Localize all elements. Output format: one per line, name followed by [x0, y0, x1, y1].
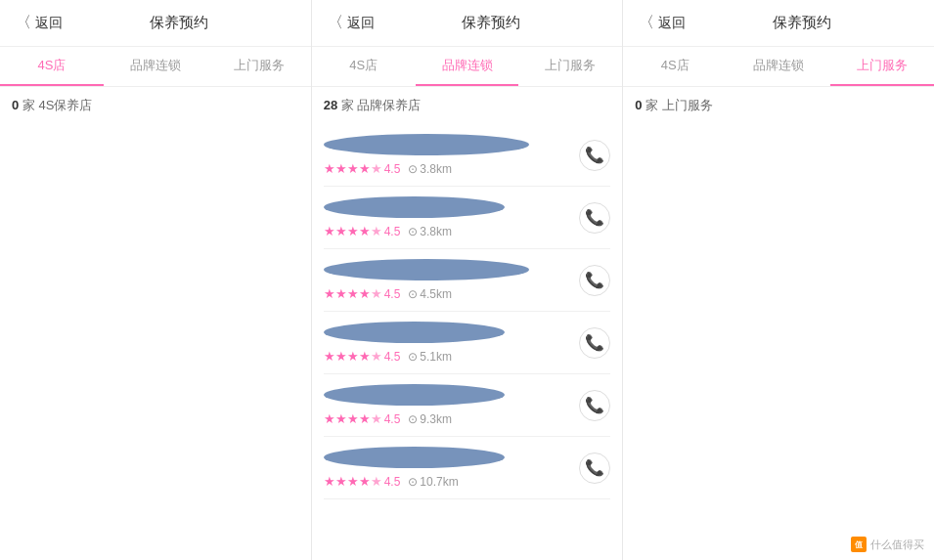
- phone-button[interactable]: 📞: [579, 452, 610, 484]
- tab-4s[interactable]: 4S店: [623, 47, 727, 86]
- distance-text: 10.7km: [420, 475, 458, 489]
- star-full: ★: [347, 286, 359, 301]
- star-full: ★: [335, 224, 347, 238]
- back-label: 返回: [347, 15, 375, 32]
- shop-name-blur: [324, 259, 529, 280]
- tab-brand[interactable]: 品牌连锁: [416, 47, 519, 86]
- distance-text: 9.3km: [420, 412, 452, 426]
- location-icon: ⊙: [408, 412, 418, 426]
- back-arrow-icon: 〈: [328, 13, 343, 33]
- phone-button[interactable]: 📞: [579, 390, 610, 421]
- panel-panel-brand: 〈返回保养预约4S店品牌连锁上门服务28 家 品牌保养店★★★★★4.5⊙3.8…: [312, 0, 624, 560]
- shop-rating: 4.5: [384, 162, 401, 176]
- star-half: ★: [371, 474, 382, 489]
- location-icon: ⊙: [408, 287, 418, 301]
- star-full: ★: [324, 161, 335, 176]
- shop-meta: ★★★★★4.5⊙5.1km: [324, 349, 572, 364]
- shop-info: ★★★★★4.5⊙9.3km: [324, 384, 572, 426]
- tab-bar: 4S店品牌连锁上门服务: [623, 47, 934, 87]
- back-button[interactable]: 〈返回: [639, 13, 686, 33]
- star-full: ★: [347, 474, 359, 489]
- shop-distance: ⊙10.7km: [408, 475, 458, 489]
- shop-name-blur: [324, 134, 529, 155]
- star-full: ★: [324, 349, 335, 364]
- star-full: ★: [335, 349, 347, 364]
- shop-stars: ★★★★★4.5: [324, 349, 401, 364]
- watermark-text: 什么值得买: [870, 538, 924, 552]
- star-full: ★: [324, 474, 335, 489]
- location-icon: ⊙: [408, 350, 418, 364]
- star-full: ★: [347, 411, 359, 426]
- star-full: ★: [324, 286, 335, 301]
- tab-4s[interactable]: 4S店: [0, 47, 104, 86]
- shop-info: ★★★★★4.5⊙5.1km: [324, 322, 572, 364]
- back-label: 返回: [658, 15, 686, 32]
- shop-item[interactable]: ★★★★★4.5⊙4.5km📞: [324, 249, 611, 312]
- tab-home[interactable]: 上门服务: [830, 47, 934, 86]
- back-arrow-icon: 〈: [16, 13, 31, 33]
- panel-title: 保养预约: [686, 14, 918, 32]
- shop-stars: ★★★★★4.5: [324, 411, 401, 426]
- shop-distance: ⊙4.5km: [408, 287, 452, 301]
- star-half: ★: [371, 224, 382, 238]
- phone-button[interactable]: 📞: [579, 140, 610, 171]
- star-full: ★: [359, 349, 371, 364]
- panels-container: 〈返回保养预约4S店品牌连锁上门服务0 家 4S保养店〈返回保养预约4S店品牌连…: [0, 0, 934, 560]
- back-button[interactable]: 〈返回: [16, 13, 63, 33]
- tab-home[interactable]: 上门服务: [207, 47, 311, 86]
- panel-header: 〈返回保养预约: [0, 0, 311, 47]
- distance-text: 5.1km: [420, 350, 452, 364]
- location-icon: ⊙: [408, 225, 418, 238]
- result-number: 0: [12, 98, 19, 112]
- phone-button[interactable]: 📞: [579, 265, 610, 296]
- shop-distance: ⊙5.1km: [408, 350, 452, 364]
- result-count: 0 家 上门服务: [635, 97, 922, 114]
- shop-stars: ★★★★★4.5: [324, 474, 401, 489]
- shop-distance: ⊙3.8km: [408, 225, 452, 238]
- star-full: ★: [359, 161, 371, 176]
- star-full: ★: [324, 411, 335, 426]
- star-half: ★: [371, 161, 382, 176]
- shop-info: ★★★★★4.5⊙10.7km: [324, 447, 572, 489]
- distance-text: 3.8km: [420, 162, 452, 176]
- star-full: ★: [347, 349, 359, 364]
- shop-item[interactable]: ★★★★★4.5⊙5.1km📞: [324, 312, 611, 374]
- shop-rating: 4.5: [384, 412, 401, 426]
- phone-button[interactable]: 📞: [579, 202, 610, 234]
- tab-brand[interactable]: 品牌连锁: [104, 47, 207, 86]
- panel-body: 0 家 4S保养店: [0, 87, 311, 560]
- shop-distance: ⊙9.3km: [408, 412, 452, 426]
- star-full: ★: [324, 224, 335, 238]
- shop-item[interactable]: ★★★★★4.5⊙9.3km📞: [324, 374, 611, 437]
- distance-text: 3.8km: [420, 225, 452, 238]
- shop-item[interactable]: ★★★★★4.5⊙3.8km📞: [324, 187, 611, 249]
- shop-item[interactable]: ★★★★★4.5⊙3.8km📞: [324, 124, 611, 187]
- shop-item[interactable]: ★★★★★4.5⊙10.7km📞: [324, 437, 611, 499]
- location-icon: ⊙: [408, 162, 418, 176]
- shop-distance: ⊙3.8km: [408, 162, 452, 176]
- shop-meta: ★★★★★4.5⊙3.8km: [324, 161, 572, 176]
- shop-name-blur: [324, 196, 505, 218]
- panel-panel-4s: 〈返回保养预约4S店品牌连锁上门服务0 家 4S保养店: [0, 0, 312, 560]
- star-full: ★: [359, 474, 371, 489]
- phone-button[interactable]: 📞: [579, 327, 610, 359]
- panel-header: 〈返回保养预约: [623, 0, 934, 47]
- back-arrow-icon: 〈: [639, 13, 654, 33]
- back-button[interactable]: 〈返回: [328, 13, 375, 33]
- shop-rating: 4.5: [384, 475, 401, 489]
- distance-text: 4.5km: [420, 287, 452, 301]
- shop-info: ★★★★★4.5⊙3.8km: [324, 196, 572, 238]
- shop-stars: ★★★★★4.5: [324, 286, 401, 301]
- star-full: ★: [335, 474, 347, 489]
- tab-4s[interactable]: 4S店: [312, 47, 416, 86]
- shop-info: ★★★★★4.5⊙4.5km: [324, 259, 572, 301]
- star-full: ★: [359, 411, 371, 426]
- result-count: 28 家 品牌保养店: [324, 97, 611, 114]
- tab-brand[interactable]: 品牌连锁: [727, 47, 830, 86]
- star-full: ★: [359, 286, 371, 301]
- watermark: 值 什么值得买: [851, 537, 924, 552]
- location-icon: ⊙: [408, 475, 418, 489]
- tab-home[interactable]: 上门服务: [518, 47, 622, 86]
- panel-panel-home: 〈返回保养预约4S店品牌连锁上门服务0 家 上门服务: [623, 0, 934, 560]
- star-full: ★: [335, 161, 347, 176]
